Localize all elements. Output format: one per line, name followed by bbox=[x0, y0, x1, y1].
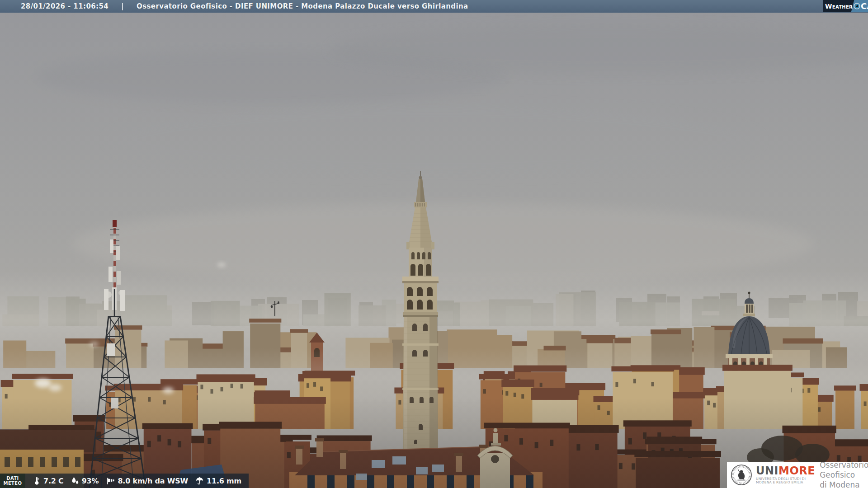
temperature-value: 7.2 C bbox=[43, 477, 64, 485]
wind-value: 8.0 km/h da WSW bbox=[118, 477, 188, 485]
unimore-acronym-more: MORE bbox=[778, 465, 815, 477]
weathercam-logo-word1: Weather bbox=[825, 3, 853, 10]
unimore-seal-icon bbox=[731, 464, 752, 486]
rain-value: 11.6 mm bbox=[207, 477, 241, 485]
humidity-item: 93% bbox=[71, 476, 99, 486]
weathercam-logo-word2: Cam bbox=[861, 1, 868, 11]
timestamp: 28/01/2026 - 11:06:54 bbox=[21, 2, 108, 10]
humidity-icon bbox=[71, 476, 80, 486]
windsock-icon bbox=[105, 476, 115, 486]
dati-meteo-label: DATI METEO bbox=[0, 474, 25, 488]
page-title: Osservatorio Geofisico - DIEF UNIMORE - … bbox=[137, 2, 468, 10]
weather-data-bar: DATI METEO 7.2 C 93% 8.0 km/h da WSW 1 bbox=[0, 474, 249, 488]
thermometer-icon bbox=[32, 476, 41, 486]
wind-item: 8.0 km/h da WSW bbox=[105, 476, 188, 486]
university-name-line2: MODENA E REGGIO EMILIA bbox=[756, 481, 815, 485]
camera-lens-icon bbox=[854, 3, 860, 9]
dati-label-line2: METEO bbox=[4, 481, 22, 486]
unimore-wordmark: UNIMORE UNIVERSITÀ DEGLI STUDI DI MODENA… bbox=[756, 465, 815, 485]
webcam-frame: 28/01/2026 - 11:06:54 | Osservatorio Geo… bbox=[0, 0, 868, 488]
observatory-name-line2: di Modena bbox=[820, 480, 868, 488]
webcam-photo bbox=[0, 0, 868, 488]
header-separator: | bbox=[121, 2, 124, 10]
dati-label-line1: DATI bbox=[6, 476, 19, 481]
footer-logo-panel: UNIMORE UNIVERSITÀ DEGLI STUDI DI MODENA… bbox=[727, 462, 868, 488]
temperature-item: 7.2 C bbox=[32, 476, 64, 486]
humidity-value: 93% bbox=[82, 477, 99, 485]
weathercam-logo: Weather Cam bbox=[823, 0, 868, 12]
header-bar: 28/01/2026 - 11:06:54 | Osservatorio Geo… bbox=[0, 0, 868, 13]
observatory-name: Osservatorio Geofisico di Modena bbox=[820, 460, 868, 488]
rain-item: 11.6 mm bbox=[195, 476, 241, 486]
umbrella-icon bbox=[195, 476, 204, 486]
observatory-name-line1: Osservatorio Geofisico bbox=[820, 460, 868, 480]
unimore-acronym-uni: UNI bbox=[756, 465, 778, 477]
